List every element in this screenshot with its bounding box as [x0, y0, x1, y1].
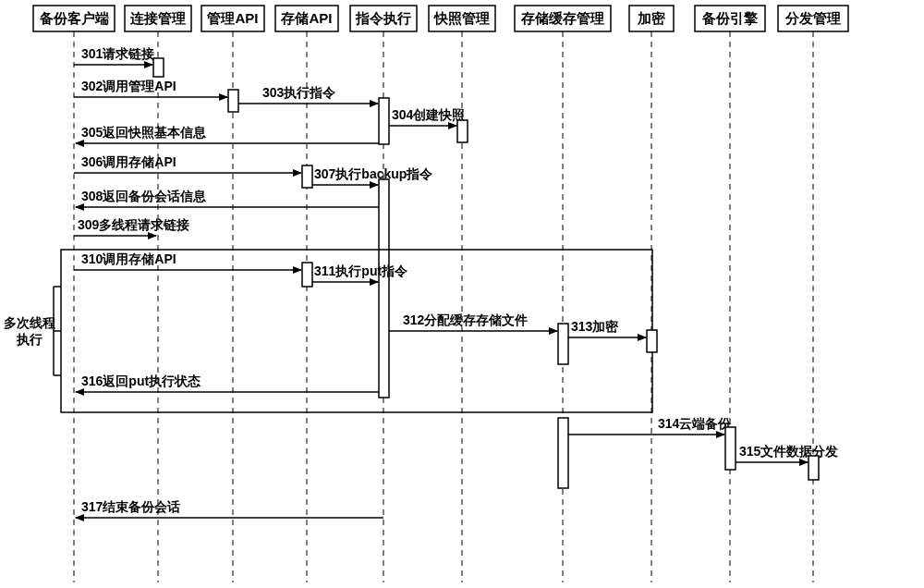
participant-client: 备份客户端: [39, 10, 109, 26]
participant-cache: 存储缓存管理: [520, 10, 604, 26]
participants-row: 备份客户端 连接管理 管理API 存储API 指令执行 快照管理 存储缓存管理 …: [33, 6, 848, 31]
msg-304: 304创建快照: [392, 107, 465, 122]
fragment-label-line1: 多次线程: [4, 315, 55, 330]
msg-309: 309多线程请求链接: [78, 217, 189, 232]
activation-storeapi-310: [302, 263, 312, 287]
activation-snap-304: [457, 120, 468, 142]
activation-cmd-303: [379, 98, 389, 144]
activation-conn-301: [153, 58, 164, 77]
activation-enc-313: [647, 330, 657, 352]
msg-307: 307执行backup指令: [314, 166, 433, 181]
msg-305: 305返回快照基本信息: [81, 125, 207, 140]
participant-enc: 加密: [637, 10, 666, 26]
activation-dist-315: [808, 456, 819, 480]
sequence-diagram: 备份客户端 连接管理 管理API 存储API 指令执行 快照管理 存储缓存管理 …: [0, 0, 924, 588]
participant-storeapi: 存储API: [280, 10, 332, 26]
msg-302: 302调用管理API: [81, 79, 176, 93]
activation-cache-312: [558, 324, 568, 364]
participant-cmd: 指令执行: [355, 10, 411, 26]
msg-315: 315文件数据分发: [739, 444, 838, 459]
participant-mgmtapi: 管理API: [206, 10, 258, 26]
fragment-label-line2: 执行: [16, 332, 43, 347]
activation-engine-314: [725, 427, 736, 470]
messages: 301请求链接 302调用管理API 303执行指令 304创建快照 305返回…: [4, 46, 838, 518]
msg-306: 306调用存储API: [81, 154, 176, 169]
msg-314: 314云端备份: [658, 416, 732, 431]
msg-308: 308返回备份会话信息: [81, 189, 207, 203]
msg-312: 312分配缓存存储文件: [403, 312, 528, 327]
activation-cmd-backup: [379, 179, 389, 398]
msg-310: 310调用存储API: [81, 251, 176, 266]
participant-conn: 连接管理: [129, 10, 186, 26]
participant-dist: 分发管理: [784, 10, 841, 26]
msg-313: 313加密: [571, 319, 619, 334]
msg-317: 317结束备份会话: [81, 499, 180, 514]
msg-303: 303执行指令: [262, 85, 336, 100]
participant-engine: 备份引擎: [701, 10, 759, 26]
participant-snap: 快照管理: [433, 10, 490, 26]
msg-316: 316返回put执行状态: [81, 374, 201, 388]
activation-storeapi-306: [302, 165, 312, 188]
activation-mgmtapi-302: [228, 90, 238, 112]
activation-cache-314: [558, 418, 568, 488]
msg-311: 311执行put指令: [314, 263, 408, 278]
msg-301: 301请求链接: [81, 46, 154, 61]
